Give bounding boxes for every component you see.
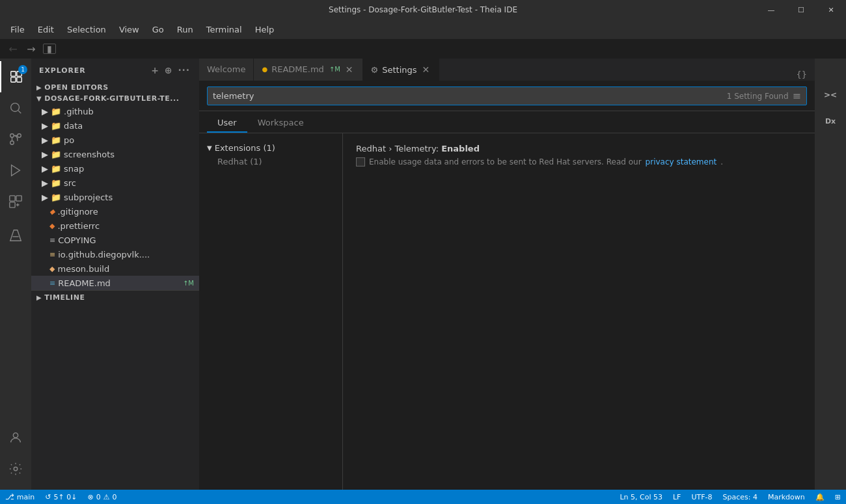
status-spaces[interactable]: Spaces: 4 bbox=[718, 490, 763, 504]
menu-bar: File Edit Selection View Go Run Terminal… bbox=[0, 20, 846, 39]
timeline-header[interactable]: ▶ TIMELINE bbox=[31, 290, 199, 304]
search-activity-icon[interactable] bbox=[0, 92, 31, 124]
status-notifications[interactable]: 🔔 bbox=[810, 490, 830, 504]
tree-item-io-github[interactable]: ≡ io.github.diegopvlk.... bbox=[31, 247, 199, 261]
tab-bar-layout-btn[interactable]: {} bbox=[793, 68, 810, 81]
svg-point-13 bbox=[13, 433, 18, 438]
setting-telemetry-checkbox[interactable] bbox=[356, 157, 365, 166]
timeline-label: TIMELINE bbox=[44, 293, 85, 302]
status-layout[interactable]: ⊞ bbox=[830, 490, 846, 504]
source-control-activity-icon[interactable] bbox=[0, 124, 31, 155]
sidebar-header: EXPLORER + ⊕ ··· bbox=[31, 59, 199, 82]
tab-settings-close[interactable]: ✕ bbox=[421, 65, 431, 74]
folder-icon-data: 📁 bbox=[51, 121, 61, 131]
more-actions-button[interactable]: ··· bbox=[176, 64, 191, 77]
status-encoding[interactable]: UTF-8 bbox=[686, 490, 717, 504]
folder-chevron-data: ▶ bbox=[42, 121, 48, 131]
remote-panel-icon[interactable]: >< bbox=[820, 85, 841, 105]
testing-activity-icon[interactable] bbox=[0, 220, 31, 251]
folder-name-data: data bbox=[64, 121, 199, 131]
status-right: Ln 5, Col 53 LF UTF-8 Spaces: 4 Markdown… bbox=[614, 490, 846, 504]
tab-readme-indicator: ↑M bbox=[329, 66, 340, 73]
activity-bar: 1 bbox=[0, 59, 31, 490]
toc-extensions[interactable]: ▼ Extensions (1) bbox=[199, 141, 342, 155]
maximize-button[interactable]: ☐ bbox=[786, 0, 816, 20]
menu-help[interactable]: Help bbox=[250, 22, 280, 37]
tree-item-po[interactable]: ▶ 📁 po bbox=[31, 133, 199, 147]
privacy-statement-link[interactable]: privacy statement bbox=[646, 157, 717, 166]
status-sync[interactable]: ↺ 5↑ 0↓ bbox=[40, 490, 82, 504]
extensions-activity-icon[interactable] bbox=[0, 186, 31, 217]
open-editors-chevron: ▶ bbox=[36, 84, 42, 91]
tab-readme-modified-dot: ● bbox=[262, 66, 267, 73]
branch-name: main bbox=[17, 493, 34, 501]
menu-edit[interactable]: Edit bbox=[33, 22, 59, 37]
tab-readme-close[interactable]: ✕ bbox=[344, 65, 355, 74]
tab-settings[interactable]: ⚙ Settings ✕ bbox=[363, 59, 440, 81]
title-bar: Settings - Dosage-Fork-GitButler-Test - … bbox=[0, 0, 846, 20]
dx-panel-icon[interactable]: Dx bbox=[820, 111, 841, 131]
menu-go[interactable]: Go bbox=[147, 22, 169, 37]
status-branch[interactable]: ⎇ main bbox=[0, 490, 40, 504]
setting-desc-text: Enable usage data and errors to be sent … bbox=[369, 157, 642, 166]
new-folder-button[interactable]: ⊕ bbox=[163, 64, 174, 77]
tree-item-data[interactable]: ▶ 📁 data bbox=[31, 118, 199, 133]
status-line-ending[interactable]: LF bbox=[668, 490, 686, 504]
folder-chevron-subprojects: ▶ bbox=[42, 192, 48, 202]
menu-selection[interactable]: Selection bbox=[62, 22, 111, 37]
new-file-button[interactable]: + bbox=[150, 64, 161, 77]
svg-rect-10 bbox=[10, 196, 15, 201]
open-editors-header[interactable]: ▶ OPEN EDITORS bbox=[31, 82, 199, 93]
status-position[interactable]: Ln 5, Col 53 bbox=[614, 490, 668, 504]
back-button[interactable]: ← bbox=[5, 41, 21, 57]
settings-activity-icon[interactable] bbox=[0, 453, 31, 484]
sidebar-toggle-button[interactable]: ▮ bbox=[43, 44, 56, 54]
project-header[interactable]: ▼ DOSAGE-FORK-GITBUTLER-TE... bbox=[31, 93, 199, 104]
folder-chevron-src: ▶ bbox=[42, 178, 48, 188]
status-errors[interactable]: ⊗ 0 ⚠ 0 bbox=[82, 490, 122, 504]
setting-title-prefix: Redhat › Telemetry: bbox=[356, 144, 441, 153]
menu-view[interactable]: View bbox=[114, 22, 144, 37]
tree-item-screenshots[interactable]: ▶ 📁 screenshots bbox=[31, 147, 199, 161]
close-button[interactable]: ✕ bbox=[816, 0, 846, 20]
settings-filter-icon[interactable]: ≡ bbox=[793, 90, 801, 102]
settings-body: ▼ Extensions (1) Redhat (1) Redhat › Tel… bbox=[199, 133, 815, 490]
explorer-activity-icon[interactable]: 1 bbox=[0, 61, 31, 92]
forward-button[interactable]: → bbox=[23, 41, 39, 57]
file-name-prettierrc: .prettierrc bbox=[57, 221, 199, 231]
settings-tab-workspace[interactable]: Workspace bbox=[247, 114, 314, 133]
menu-terminal[interactable]: Terminal bbox=[201, 22, 247, 37]
tree-item-github[interactable]: ▶ 📁 .github bbox=[31, 104, 199, 118]
settings-search-input[interactable] bbox=[213, 91, 722, 101]
tree-item-copying[interactable]: ≡ COPYING bbox=[31, 233, 199, 247]
tab-welcome[interactable]: Welcome bbox=[199, 59, 254, 81]
tree-item-subprojects[interactable]: ▶ 📁 subprojects bbox=[31, 190, 199, 204]
tree-item-prettierrc[interactable]: ◆ .prettierrc bbox=[31, 219, 199, 233]
setting-item-title: Redhat › Telemetry: Enabled bbox=[356, 144, 802, 153]
tree-item-src[interactable]: ▶ 📁 src bbox=[31, 176, 199, 190]
sync-icon: ↺ bbox=[45, 493, 51, 501]
tree-item-gitignore[interactable]: ◆ .gitignore bbox=[31, 204, 199, 219]
status-language[interactable]: Markdown bbox=[763, 490, 810, 504]
tab-readme[interactable]: ● README.md ↑M ✕ bbox=[254, 59, 362, 81]
tab-readme-label: README.md bbox=[271, 64, 324, 74]
accounts-activity-icon[interactable] bbox=[0, 422, 31, 453]
file-tree: ▶ OPEN EDITORS ▼ DOSAGE-FORK-GITBUTLER-T… bbox=[31, 82, 199, 490]
menu-run[interactable]: Run bbox=[172, 22, 198, 37]
warning-count: 0 bbox=[113, 493, 117, 501]
tree-item-meson-build[interactable]: ◆ meson.build bbox=[31, 261, 199, 276]
tab-welcome-label: Welcome bbox=[207, 64, 245, 74]
spaces-text: Spaces: 4 bbox=[723, 493, 757, 501]
minimize-button[interactable]: — bbox=[756, 0, 786, 20]
tree-item-snap[interactable]: ▶ 📁 snap bbox=[31, 161, 199, 176]
toc-redhat[interactable]: Redhat (1) bbox=[199, 155, 342, 168]
settings-toc: ▼ Extensions (1) Redhat (1) bbox=[199, 133, 342, 490]
run-debug-activity-icon[interactable] bbox=[0, 155, 31, 186]
setting-desc-suffix: . bbox=[720, 157, 723, 166]
settings-tab-user[interactable]: User bbox=[207, 114, 247, 133]
tree-item-readme[interactable]: ≡ README.md ↑M bbox=[31, 276, 199, 290]
svg-rect-12 bbox=[10, 202, 15, 207]
window-controls: — ☐ ✕ bbox=[756, 0, 846, 20]
project-label: DOSAGE-FORK-GITBUTLER-TE... bbox=[44, 94, 179, 103]
menu-file[interactable]: File bbox=[5, 22, 30, 37]
